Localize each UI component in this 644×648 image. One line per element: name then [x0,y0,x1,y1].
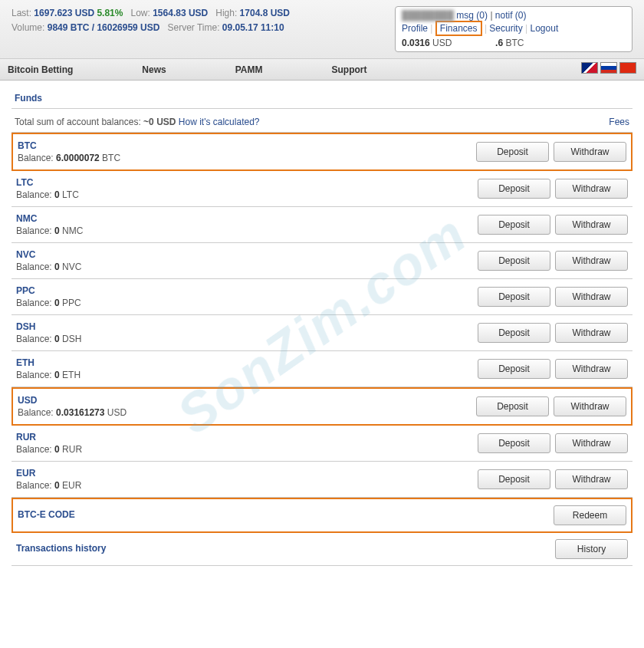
flag-uk-icon[interactable] [581,62,598,74]
balance-line: Balance: 0 NVC [16,262,81,272]
deposit-button[interactable]: Deposit [478,433,550,453]
notifications-link[interactable]: notif (0) [495,10,527,21]
server-time-value: 09.05.17 11:10 [222,22,284,33]
balance-line: Balance: 6.0000072 BTC [18,153,120,163]
transactions-history-label: Transactions history [16,543,106,554]
currency-label: USD [18,395,127,406]
quick-usd-unit: USD [432,38,452,48]
balance-line: Balance: 0 PPC [16,298,81,308]
messages-link[interactable]: msg (0) [456,10,488,21]
withdraw-button[interactable]: Withdraw [555,251,628,271]
btce-code-label: BTC-E CODE [18,509,75,520]
withdraw-button[interactable]: Withdraw [555,287,628,307]
history-button[interactable]: History [555,539,628,559]
low-label: Low: [130,8,150,18]
fund-row-eur: EURBalance: 0 EURDepositWithdraw [12,462,632,498]
last-value: 1697.623 USD [34,8,94,18]
currency-label: RUR [16,432,82,442]
balance-line: Balance: 0 DSH [16,334,81,344]
flag-cn-icon[interactable] [619,62,636,74]
quick-usd-val: 0.0316 [402,38,430,48]
withdraw-button[interactable]: Withdraw [555,359,628,379]
deposit-button[interactable]: Deposit [476,396,549,416]
nav-support[interactable]: Support [331,64,366,75]
currency-label: EUR [16,468,81,479]
balance-line: Balance: 0 EUR [16,480,81,491]
currency-label: PPC [16,285,81,296]
nav-pamm[interactable]: PAMM [235,64,263,75]
deposit-button[interactable]: Deposit [476,142,549,162]
currency-label: BTC [18,140,120,151]
finances-link[interactable]: Finances [435,21,482,36]
fund-row-dsh: DSHBalance: 0 DSHDepositWithdraw [12,315,632,351]
fund-row-rur: RURBalance: 0 RURDepositWithdraw [12,426,632,462]
flag-ru-icon[interactable] [600,62,617,74]
low-value: 1564.83 USD [153,8,208,18]
withdraw-button[interactable]: Withdraw [555,215,628,235]
balance-line: Balance: 0 ETH [16,370,80,380]
fund-row-eth: ETHBalance: 0 ETHDepositWithdraw [12,351,632,387]
security-link[interactable]: Security [489,23,522,34]
summary-row: Total sum of account balances: ~0 USD Ho… [12,112,632,133]
summary-text: Total sum of account balances: [15,117,141,127]
top-bar: Last: 1697.623 USD 5.81% Low: 1564.83 US… [0,0,644,59]
funds-title: Funds [12,88,632,109]
profile-link[interactable]: Profile [402,23,428,34]
high-label: High: [215,8,237,18]
withdraw-button[interactable]: Withdraw [555,179,628,199]
withdraw-button[interactable]: Withdraw [554,142,626,162]
user-line: ████████ msg (0) | notif (0) [402,10,626,21]
logout-link[interactable]: Logout [531,23,559,34]
balance-line: Balance: 0 RUR [16,444,82,455]
balance-line: Balance: 0 LTC [16,189,79,200]
fund-row-ltc: LTCBalance: 0 LTCDepositWithdraw [12,171,632,207]
high-value: 1704.8 USD [240,8,290,18]
content: Funds Total sum of account balances: ~0 … [0,81,644,574]
withdraw-button[interactable]: Withdraw [554,396,626,416]
withdraw-button[interactable]: Withdraw [555,323,628,343]
quick-btc-val: .6 [495,38,503,48]
user-box: ████████ msg (0) | notif (0) Profile | F… [395,6,632,52]
fund-row-usd: USDBalance: 0.03161273 USDDepositWithdra… [12,387,632,426]
currency-label: ETH [16,357,80,368]
deposit-button[interactable]: Deposit [478,215,550,235]
server-time-label: Server Time: [167,22,219,33]
currency-label: NVC [16,249,81,260]
btce-code-row: BTC-E CODE Redeem [12,498,632,533]
quick-balances: 0.0316 USD .6 BTC [402,36,626,48]
fund-row-nvc: NVCBalance: 0 NVCDepositWithdraw [12,243,632,279]
currency-label: LTC [16,177,79,188]
fund-row-ppc: PPCBalance: 0 PPCDepositWithdraw [12,279,632,315]
how-calculated-link[interactable]: How it's calculated? [179,117,260,127]
balance-line: Balance: 0 NMC [16,225,83,236]
fees-link[interactable]: Fees [609,117,629,127]
main-nav: Bitcoin Betting News PAMM Support [0,59,644,81]
fund-row-btc: BTCBalance: 6.0000072 BTCDepositWithdraw [12,133,632,171]
volume-label: Volume: [12,22,44,33]
redeem-button[interactable]: Redeem [554,505,626,525]
volume-value: 9849 BTC / 16026959 USD [48,22,160,33]
last-label: Last: [12,8,31,18]
change-percent: 5.81% [97,8,123,18]
quick-btc-unit: BTC [505,38,524,48]
funds-list: BTCBalance: 6.0000072 BTCDepositWithdraw… [12,133,632,498]
summary-value: ~0 USD [143,117,176,127]
user-nav: Profile | Finances | Security | Logout [402,21,626,36]
currency-label: NMC [16,213,83,224]
nav-news[interactable]: News [142,64,166,75]
currency-label: DSH [16,321,81,332]
deposit-button[interactable]: Deposit [478,179,550,199]
deposit-button[interactable]: Deposit [478,287,550,307]
deposit-button[interactable]: Deposit [478,469,550,489]
deposit-button[interactable]: Deposit [478,251,550,271]
deposit-button[interactable]: Deposit [478,359,550,379]
market-stats: Last: 1697.623 USD 5.81% Low: 1564.83 US… [12,6,290,52]
withdraw-button[interactable]: Withdraw [555,469,628,489]
fund-row-nmc: NMCBalance: 0 NMCDepositWithdraw [12,207,632,243]
withdraw-button[interactable]: Withdraw [555,433,628,453]
language-flags [581,62,636,74]
nav-betting[interactable]: Bitcoin Betting [8,64,73,75]
deposit-button[interactable]: Deposit [478,323,550,343]
balance-line: Balance: 0.03161273 USD [18,407,127,418]
transactions-history-row: Transactions history History [12,533,632,566]
